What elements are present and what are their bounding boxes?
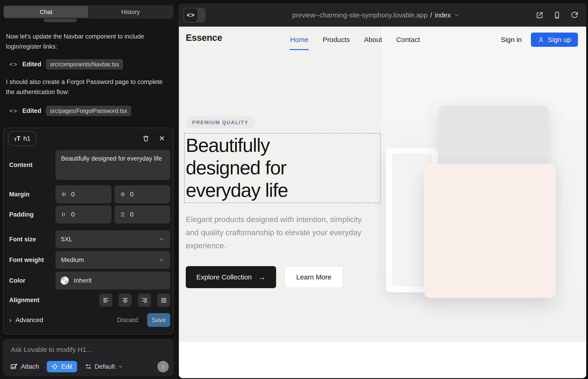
- discard-button[interactable]: Discard: [117, 316, 138, 324]
- preview-url-bar[interactable]: preview--charming-site-symphony.lovable.…: [292, 4, 459, 27]
- alignment-row: Alignment: [9, 293, 170, 307]
- tab-history[interactable]: History: [88, 6, 173, 18]
- font-weight-select[interactable]: Medium: [56, 251, 170, 269]
- margin-horizontal-input[interactable]: 0: [56, 185, 111, 203]
- model-selector[interactable]: Default: [85, 363, 124, 370]
- font-size-row: Font size 5XL: [9, 230, 170, 248]
- advanced-toggle[interactable]: › Advanced: [9, 316, 43, 324]
- preview-toolbar: <> preview--charming-site-symphony.lovab…: [179, 4, 586, 27]
- margin-horizontal-icon: [61, 191, 67, 198]
- site-navbar: Essence Home Products About Contact Sign…: [186, 27, 578, 52]
- send-button[interactable]: ↑: [157, 361, 169, 372]
- image-plus-icon: [10, 363, 17, 370]
- code-icon: <>: [9, 61, 18, 68]
- close-editor-button[interactable]: ✕: [157, 133, 167, 144]
- url-host: preview--charming-site-symphony.lovable.…: [292, 12, 427, 19]
- sign-up-button[interactable]: Sign up: [531, 32, 578, 47]
- chevron-down-icon: [159, 236, 165, 242]
- nav-link-home[interactable]: Home: [290, 36, 309, 44]
- trash-icon: [142, 135, 150, 142]
- edited-file-row: <> Edited src/components/Navbar.tsx: [9, 59, 123, 69]
- padding-vertical-icon: [120, 211, 126, 218]
- content-input[interactable]: Beautifully designed for everyday life: [56, 150, 170, 180]
- edited-label: Edited: [22, 61, 41, 68]
- below-hero-section: [179, 342, 586, 378]
- element-editor-panel: TT h1 ✕ Content Beautifully designed for…: [3, 127, 174, 334]
- edit-mode-button[interactable]: Edit: [47, 361, 77, 372]
- nav-auth: Sign in Sign up: [501, 27, 578, 52]
- padding-horizontal-icon: [61, 211, 67, 218]
- code-preview-toggle[interactable]: <>: [184, 8, 205, 22]
- margin-field-row: Margin 0 0: [9, 185, 170, 203]
- preview-window: <> preview--charming-site-symphony.lovab…: [179, 4, 586, 378]
- delete-element-button[interactable]: [140, 133, 151, 144]
- chevron-down-icon: [159, 257, 165, 263]
- file-chip[interactable]: src/components/Navbar.tsx: [46, 59, 123, 69]
- content-field-row: Content Beautifully designed for everyda…: [9, 150, 170, 180]
- explore-collection-button[interactable]: Explore Collection →: [186, 266, 276, 288]
- nav-link-products[interactable]: Products: [323, 36, 350, 44]
- color-label: Color: [9, 277, 25, 284]
- font-size-label: Font size: [9, 236, 36, 243]
- padding-horizontal-input[interactable]: 0: [56, 205, 111, 223]
- margin-vertical-input[interactable]: 0: [114, 185, 170, 203]
- scrolled-file-chip: [44, 19, 77, 22]
- align-right-icon: [141, 297, 148, 303]
- color-swatch: [61, 276, 69, 285]
- font-weight-row: Font weight Medium: [9, 251, 170, 269]
- padding-vertical-input[interactable]: 0: [114, 205, 170, 223]
- url-separator: /: [430, 12, 432, 19]
- refresh-icon[interactable]: [571, 11, 578, 19]
- align-justify-button[interactable]: [157, 294, 170, 307]
- chat-sidebar: Chat History Now let's update the Navbar…: [0, 0, 179, 379]
- mobile-view-icon[interactable]: [553, 11, 561, 19]
- align-center-icon: [122, 297, 129, 303]
- selected-element-pill[interactable]: TT h1: [8, 131, 36, 146]
- padding-label: Padding: [9, 211, 34, 218]
- user-icon: [538, 36, 544, 43]
- edited-file-row: <> Edited src/pages/ForgotPassword.tsx: [9, 106, 131, 116]
- align-right-button[interactable]: [138, 294, 151, 307]
- edited-label: Edited: [22, 107, 41, 114]
- site-logo[interactable]: Essence: [186, 32, 222, 43]
- save-button[interactable]: Save: [147, 313, 170, 327]
- code-view-button[interactable]: <>: [184, 8, 198, 22]
- font-weight-label: Font weight: [9, 256, 44, 264]
- align-center-button[interactable]: [119, 294, 132, 307]
- content-label: Content: [9, 161, 32, 169]
- hero-badge: PREMIUM QUALITY: [186, 117, 255, 128]
- align-left-icon: [103, 297, 109, 303]
- chevron-down-icon: [118, 364, 123, 369]
- font-size-select[interactable]: 5XL: [56, 230, 170, 248]
- prompt-composer[interactable]: Ask Lovable to modify H1... Attach: [3, 339, 174, 376]
- align-justify-icon: [160, 297, 167, 303]
- chevron-down-icon: [454, 12, 459, 18]
- lovable-workspace: Chat History Now let's update the Navbar…: [0, 0, 588, 379]
- nav-link-contact[interactable]: Contact: [396, 36, 420, 44]
- target-icon: [51, 363, 58, 370]
- chat-message: Now let's update the Navbar component to…: [6, 32, 167, 52]
- margin-label: Margin: [9, 191, 30, 198]
- sliders-icon: [85, 363, 92, 370]
- url-page: index: [435, 12, 451, 19]
- tab-chat[interactable]: Chat: [4, 6, 88, 18]
- nav-link-about[interactable]: About: [364, 36, 382, 44]
- prompt-input[interactable]: Ask Lovable to modify H1...: [11, 346, 92, 354]
- sign-in-link[interactable]: Sign in: [501, 36, 522, 44]
- hero-paragraph: Elegant products designed with intention…: [186, 213, 371, 252]
- nav-links: Home Products About Contact: [290, 27, 420, 52]
- align-left-button[interactable]: [99, 294, 112, 307]
- element-tag-label: h1: [23, 135, 31, 142]
- learn-more-button[interactable]: Learn More: [284, 266, 343, 288]
- padding-field-row: Padding 0 0: [9, 205, 170, 223]
- site-page: Essence Home Products About Contact Sign…: [179, 27, 586, 378]
- chat-history-tabs: Chat History: [3, 5, 174, 19]
- text-element-icon: TT: [14, 135, 21, 142]
- hero-heading[interactable]: Beautifully designed for everyday life: [186, 134, 288, 201]
- code-icon: <>: [9, 107, 18, 114]
- color-select[interactable]: Inherit: [56, 272, 170, 289]
- open-external-icon[interactable]: [536, 11, 543, 19]
- attach-button[interactable]: Attach: [10, 363, 39, 370]
- file-chip[interactable]: src/pages/ForgotPassword.tsx: [46, 106, 131, 116]
- margin-vertical-icon: [120, 191, 126, 198]
